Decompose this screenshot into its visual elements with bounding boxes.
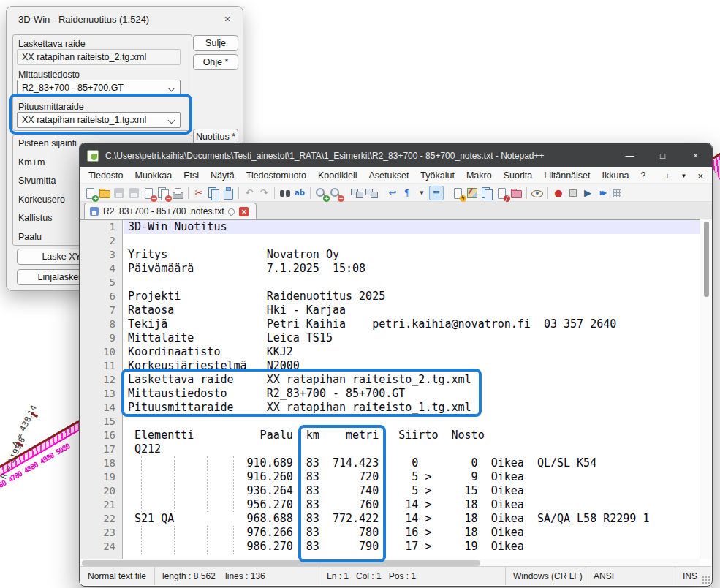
menu-tiedosto[interactable]: Tiedosto (83, 167, 129, 184)
save-icon[interactable] (112, 186, 126, 200)
menubar: TiedostoMuokkaaEtsiNäytäTiedostomuotoKoo… (80, 167, 712, 184)
line-number: 17 (80, 442, 122, 456)
macro-stop-icon[interactable] (566, 186, 580, 200)
redo-icon[interactable]: ↷ (257, 186, 271, 200)
editor-line: 910.689 83 714.423 0 0 Oikea QL/SL K54 (124, 456, 700, 470)
line-number: 7 (80, 304, 122, 317)
menu-makro[interactable]: Makro (461, 167, 498, 184)
chevron-down-icon (168, 85, 175, 92)
menubar-extra-control[interactable]: ▼ (681, 173, 686, 179)
zoom-in-icon[interactable]: + (314, 186, 328, 200)
dialog-title: 3D-Win - Raidenuotitus (1.524) (18, 14, 149, 25)
menu-?[interactable]: ? (634, 167, 651, 184)
editor-area[interactable]: 123456789101112131415161718192021222324 … (80, 219, 711, 559)
toolbar-separator (188, 187, 189, 199)
sync-scroll-horizontal-icon[interactable] (364, 186, 379, 200)
zoom-out-icon[interactable]: − (328, 186, 343, 200)
editor-line: Q212 (124, 442, 700, 456)
undo-icon[interactable]: ↶ (242, 186, 257, 200)
sync-scroll-vertical-icon[interactable] (349, 186, 364, 200)
function-list-icon[interactable]: ϟ (450, 186, 465, 200)
sulje-button[interactable]: Sulje (193, 35, 238, 51)
macro-play-icon[interactable]: ▶ (580, 186, 595, 200)
horizontal-scrollbar-thumb[interactable] (82, 560, 480, 566)
paste-icon[interactable] (221, 186, 235, 200)
editor-line: 976.266 83 780 16 > 18 Oikea (124, 526, 700, 540)
line-number: 15 (80, 415, 122, 429)
line-number: 4 (80, 262, 122, 276)
point-location-item[interactable]: Kallistus (18, 213, 53, 223)
line-number: 6 (80, 290, 122, 304)
show-all-characters-menu-icon[interactable]: ▼ (414, 186, 429, 200)
pituusmittaraide-dropdown[interactable]: XX ratapihan raiteisto_1.tg.xml (17, 112, 181, 128)
editor-line: Päivämäärä 7.1.2025 15:08 (124, 262, 700, 276)
copy-icon[interactable] (206, 186, 221, 200)
print-icon[interactable] (170, 186, 185, 200)
menu-tykalut[interactable]: Työkalut (414, 167, 461, 184)
line-number: 19 (80, 470, 122, 484)
pin-tab-icon[interactable] (227, 207, 237, 216)
point-location-item[interactable]: Pisteen sijainti (18, 138, 77, 148)
editor-line (124, 415, 700, 429)
open-file-icon[interactable] (97, 186, 112, 200)
vertical-scrollbar-thumb[interactable] (704, 222, 709, 297)
cut-icon[interactable]: ✂ (192, 186, 206, 200)
point-location-item[interactable]: Korkeusero (18, 195, 65, 205)
close-all-files-icon[interactable]: − (156, 186, 170, 200)
document-list-icon[interactable] (480, 186, 494, 200)
macro-record-icon[interactable]: ● (551, 186, 566, 200)
dialog-close-icon[interactable]: × (219, 11, 235, 27)
pen-badge-icon: ╱ (504, 195, 510, 202)
show-all-characters-icon[interactable]: ¶ (400, 186, 414, 200)
tab-close-icon[interactable]: × (239, 207, 249, 216)
indent-guide-icon[interactable]: ≡ (429, 186, 444, 200)
save-all-icon[interactable] (126, 186, 141, 200)
menu-nyt[interactable]: Näytä (205, 167, 240, 184)
window-controls: —□× (613, 143, 712, 167)
macro-save-icon[interactable] (610, 186, 624, 200)
menu-muokkaa[interactable]: Muokkaa (129, 167, 178, 184)
ohje-button[interactable]: Ohje * (193, 54, 238, 70)
vertical-scrollbar[interactable] (700, 219, 711, 559)
mittaustiedosto-dropdown[interactable]: R2_83+700 - 85+700.GT (17, 80, 181, 96)
word-wrap-icon[interactable]: ↩ (385, 186, 400, 200)
line-number: 13 (80, 387, 122, 401)
laskettava-raide-field[interactable]: XX ratapihan raiteisto_2.tg.xml (17, 49, 181, 65)
line-number: 1 (80, 220, 122, 234)
point-location-item[interactable]: Sivumitta (18, 176, 56, 186)
document-map-icon[interactable] (465, 186, 480, 200)
replace-icon[interactable]: ab (292, 186, 307, 200)
menu-liitnniset[interactable]: Liitännäiset (538, 167, 596, 184)
new-file-icon[interactable]: + (83, 186, 97, 200)
close-file-icon[interactable]: − (141, 186, 156, 200)
line-number: 8 (80, 317, 122, 331)
menu-suorita[interactable]: Suorita (498, 167, 539, 184)
menu-asetukset[interactable]: Asetukset (363, 167, 414, 184)
find-icon[interactable] (278, 186, 292, 200)
line-number: 23 (80, 526, 122, 540)
maximize-button[interactable]: □ (646, 143, 679, 167)
tab-document[interactable]: R2_83+700 - 85+700_notes.txt × (84, 203, 257, 219)
menu-tiedostomuoto[interactable]: Tiedostomuoto (240, 167, 312, 184)
minus-badge-icon: − (151, 195, 157, 202)
close-button[interactable]: × (679, 143, 712, 167)
menubar-extra-control[interactable]: × (697, 170, 703, 181)
resize-grip[interactable] (702, 576, 710, 584)
menu-ikkuna[interactable]: Ikkuna (596, 167, 635, 184)
pituusmittaraide-label: Pituusmittaraide (18, 102, 84, 112)
status-length-lines: length : 8 562 lines : 136 (155, 567, 319, 585)
minimize-button[interactable]: — (613, 143, 646, 167)
view-monitor-icon[interactable] (530, 186, 545, 200)
folder-as-workspace-icon[interactable] (509, 186, 523, 200)
macro-run-multiple-icon[interactable]: ▶▶ (595, 186, 610, 200)
point-location-item[interactable]: Paalu (18, 232, 42, 242)
toolbar-separator (310, 187, 311, 199)
menubar-extra-control[interactable]: + (664, 170, 670, 181)
notepad-plus-plus-window: C:\Users\petri.kaihia\Documents\Testi_ai… (79, 143, 713, 587)
menu-etsi[interactable]: Etsi (178, 167, 205, 184)
editor-line: 3D-Win Nuotitus (124, 220, 700, 234)
file-browser-icon[interactable]: ╱ (494, 186, 509, 200)
point-location-item[interactable]: Km+m (18, 157, 45, 167)
menu-koodikieli[interactable]: Koodikieli (312, 167, 363, 184)
line-number: 9 (80, 331, 122, 345)
